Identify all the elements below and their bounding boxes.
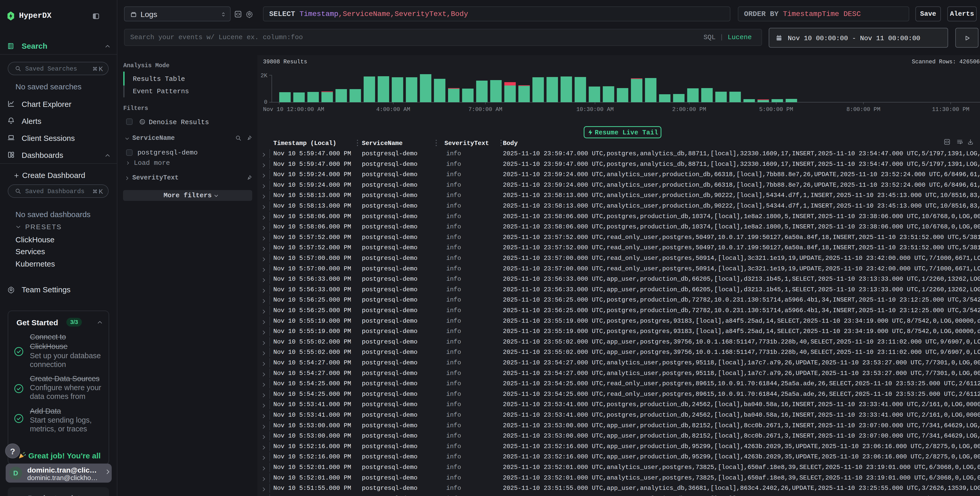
svg-text:2:00:00 PM: 2:00:00 PM <box>672 106 706 113</box>
svg-text:7:00:00 AM: 7:00:00 AM <box>468 106 502 113</box>
svg-text:10:30:00 AM: 10:30:00 AM <box>576 106 614 113</box>
svg-text:Nov 10 12:00:00 AM: Nov 10 12:00:00 AM <box>263 106 324 113</box>
svg-text:0: 0 <box>264 99 267 105</box>
svg-text:2K: 2K <box>261 73 268 79</box>
svg-text:5:00:00 PM: 5:00:00 PM <box>759 106 793 113</box>
svg-text:11:30:00 PM: 11:30:00 PM <box>932 106 969 113</box>
svg-text:4:00:00 AM: 4:00:00 AM <box>376 106 410 113</box>
svg-text:8:00:00 PM: 8:00:00 PM <box>846 106 880 113</box>
